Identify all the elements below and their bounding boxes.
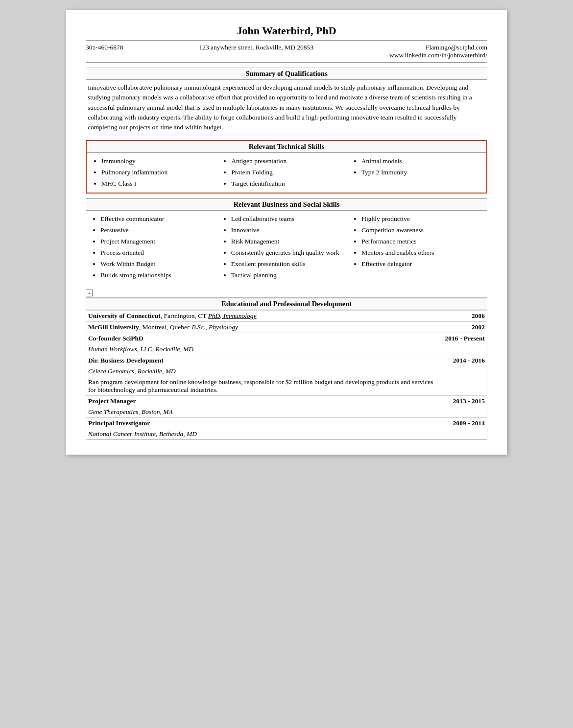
list-item: Process oriented (100, 247, 221, 259)
list-item: Builds strong relationships (100, 270, 221, 281)
technical-skills-grid: ImmunologyPulmonary inflammationMHC Clas… (87, 153, 486, 193)
list-item: Immunology (101, 156, 221, 167)
business-skills-grid: Effective communicatorPersuasiveProject … (86, 211, 487, 284)
expand-icon[interactable]: + (86, 290, 93, 296)
position-row: Co-founder SciPhD2016 - Present (86, 333, 487, 344)
list-item: Tactical planning (231, 270, 352, 281)
list-item: Led collaborative teams (231, 214, 352, 225)
position-subtitle: Human Workflows, LLC, Rockville, MD (86, 344, 443, 355)
technical-skills-col2: Antigen presentationProtein FoldingTarge… (221, 156, 351, 190)
list-item: MHC Class I (101, 178, 221, 190)
list-item: Performance metrics (361, 236, 482, 247)
position-title: Principal Investigator (86, 417, 443, 429)
list-item: Work Within Budget (100, 259, 221, 270)
position-title: Dir. Business Development (86, 355, 443, 366)
list-item: Type 2 Immunity (361, 167, 481, 178)
position-description: Ran program development for online knowl… (86, 377, 443, 396)
position-subtitle: Gene Therapeutics, Boston, MA (86, 407, 443, 418)
header-divider (86, 62, 487, 63)
position-year: 2013 - 2015 (443, 395, 487, 407)
list-item: Project Management (100, 236, 221, 247)
linkedin: www.linkedin.com/in/johnwaterbird/ (389, 51, 487, 59)
edu-institution: McGill University, Montreal, Quebec B.Sc… (86, 321, 443, 333)
list-item: Protein Folding (231, 167, 351, 178)
email: Flamingo@sciphd.com (426, 44, 487, 51)
summary-title: Summary of Qualifications (86, 68, 487, 80)
edu-year: 2002 (443, 321, 487, 333)
technical-skills-col1: ImmunologyPulmonary inflammationMHC Clas… (92, 156, 221, 190)
position-row: Principal Investigator2009 - 2014 (86, 417, 487, 429)
business-skills-title: Relevant Business and Social Skills (86, 198, 487, 211)
list-item: Effective communicator (100, 214, 221, 225)
position-subtitle-row: Gene Therapeutics, Boston, MA (86, 407, 487, 418)
position-title: Project Manager (86, 395, 443, 407)
list-item: Consistently generates high quality work (231, 247, 352, 259)
list-item: Pulmonary inflammation (101, 167, 221, 178)
education-title: Educational and Professional Development (86, 298, 487, 310)
edu-institution: University of Connecticut, Farmington, C… (86, 310, 443, 321)
position-desc-row: Ran program development for online knowl… (86, 377, 487, 396)
education-table: University of Connecticut, Farmington, C… (86, 310, 487, 439)
list-item: Competition awareness (361, 225, 482, 236)
position-year: 2009 - 2014 (443, 417, 487, 429)
list-item: Effective delegator (361, 259, 482, 270)
list-item: Innovative (231, 225, 352, 236)
list-item: Risk Management (231, 236, 352, 247)
resume-page: John Waterbird, PhD 301-460-6878 123 any… (66, 10, 507, 455)
business-skills-col3: Highly productiveCompetition awarenessPe… (352, 214, 482, 281)
technical-skills-title: Relevant Technical Skills (87, 141, 486, 153)
business-skills-col1: Effective communicatorPersuasiveProject … (91, 214, 221, 281)
contact-row: 301-460-6878 123 anywhere street, Rockvi… (86, 41, 487, 60)
position-subtitle: National Cancer Institute, Bethesda, MD (86, 429, 443, 439)
summary-section: Summary of Qualifications Innovative col… (86, 68, 487, 135)
list-item: Persuasive (100, 225, 221, 236)
position-row: Project Manager2013 - 2015 (86, 395, 487, 407)
edu-row: University of Connecticut, Farmington, C… (86, 310, 487, 321)
summary-body: Innovative collaborative pulmonary immun… (86, 80, 487, 135)
business-skills-col2: Led collaborative teamsInnovativeRisk Ma… (221, 214, 352, 281)
list-item: Animal models (361, 156, 481, 167)
position-subtitle-row: Celera Genomics, Rockville, MD (86, 366, 487, 377)
candidate-name: John Waterbird, PhD (86, 24, 487, 41)
position-subtitle-row: National Cancer Institute, Bethesda, MD (86, 429, 487, 439)
position-row: Dir. Business Development2014 - 2016 (86, 355, 487, 366)
technical-skills-col3: Animal modelsType 2 Immunity (352, 156, 481, 190)
position-subtitle-row: Human Workflows, LLC, Rockville, MD (86, 344, 487, 355)
list-item: Excellent presentation skills (231, 259, 352, 270)
email-linkedin: Flamingo@sciphd.com www.linkedin.com/in/… (389, 44, 487, 59)
edu-year: 2006 (443, 310, 487, 321)
position-subtitle: Celera Genomics, Rockville, MD (86, 366, 443, 377)
business-skills-section: Relevant Business and Social Skills Effe… (86, 198, 487, 284)
position-year: 2016 - Present (443, 333, 487, 344)
technical-skills-section: Relevant Technical Skills ImmunologyPulm… (86, 140, 487, 194)
address: 123 anywhere street, Rockville, MD 20853 (199, 44, 313, 59)
list-item: Highly productive (361, 214, 482, 225)
position-year: 2014 - 2016 (443, 355, 487, 366)
list-item: Mentors and enables others (361, 247, 482, 259)
list-item: Target identification (231, 178, 351, 190)
position-title: Co-founder SciPhD (86, 333, 443, 344)
phone: 301-460-6878 (86, 44, 123, 59)
edu-row: McGill University, Montreal, Quebec B.Sc… (86, 321, 487, 333)
education-section: + Educational and Professional Developme… (86, 289, 487, 440)
list-item: Antigen presentation (231, 156, 351, 167)
